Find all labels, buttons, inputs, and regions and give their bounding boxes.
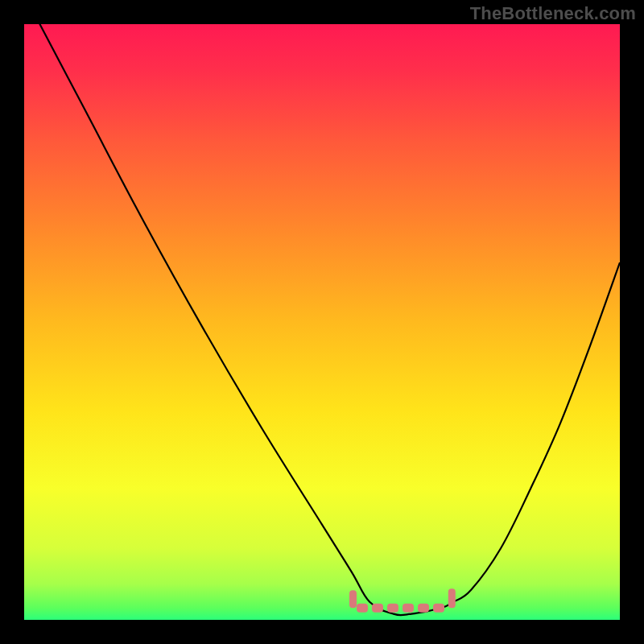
svg-rect-5 <box>402 604 414 613</box>
chart-svg <box>24 24 620 620</box>
svg-rect-7 <box>433 604 444 613</box>
svg-rect-0 <box>349 590 357 608</box>
svg-rect-6 <box>418 604 429 613</box>
chart-background <box>24 24 620 620</box>
svg-rect-2 <box>357 604 368 613</box>
bottleneck-chart <box>24 24 620 620</box>
svg-rect-3 <box>372 604 383 613</box>
svg-rect-4 <box>387 604 398 613</box>
svg-rect-1 <box>448 588 456 608</box>
watermark-text: TheBottleneck.com <box>470 3 636 24</box>
